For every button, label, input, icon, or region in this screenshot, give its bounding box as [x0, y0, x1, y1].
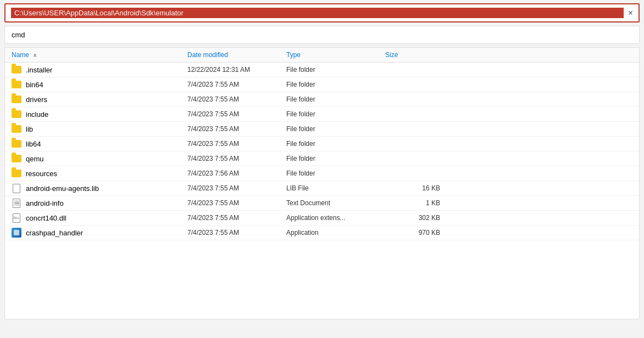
file-name-label: android-emu-agents.lib — [26, 184, 99, 193]
file-size: 1 KB — [385, 199, 451, 207]
table-row[interactable]: bin64 7/4/2023 7:55 AM File folder — [5, 77, 639, 92]
table-row[interactable]: crashpad_handler 7/4/2023 7:55 AM Applic… — [5, 226, 639, 240]
search-bar: cmd — [4, 26, 640, 44]
file-type: File folder — [286, 95, 385, 103]
close-icon[interactable]: × — [628, 8, 633, 18]
folder-icon — [12, 139, 21, 149]
folder-icon — [12, 109, 21, 119]
table-row[interactable]: android-info 7/4/2023 7:55 AM Text Docum… — [5, 196, 639, 211]
table-row[interactable]: drivers 7/4/2023 7:55 AM File folder — [5, 92, 639, 107]
file-date: 7/4/2023 7:56 AM — [187, 170, 286, 177]
file-type: File folder — [286, 81, 385, 88]
table-row[interactable]: include 7/4/2023 7:55 AM File folder — [5, 107, 639, 122]
file-type: File folder — [286, 66, 385, 74]
header-date[interactable]: Date modified — [187, 51, 286, 59]
table-row[interactable]: DLL concrt140.dll 7/4/2023 7:55 AM Appli… — [5, 211, 639, 226]
folder-icon — [12, 168, 21, 178]
file-type: File folder — [286, 125, 385, 133]
file-type: Application — [286, 229, 385, 236]
file-name: include — [12, 109, 187, 119]
folder-icon — [12, 80, 21, 89]
header-type[interactable]: Type — [286, 51, 385, 59]
file-name-label: lib64 — [26, 140, 41, 148]
file-name-label: drivers — [26, 95, 47, 104]
table-row[interactable]: lib64 7/4/2023 7:55 AM File folder — [5, 137, 639, 151]
file-date: 7/4/2023 7:55 AM — [187, 95, 286, 103]
sort-arrow-icon: ∧ — [33, 52, 37, 58]
file-name: resources — [12, 168, 187, 178]
file-type: File folder — [286, 110, 385, 118]
file-date: 7/4/2023 7:55 AM — [187, 155, 286, 162]
table-row[interactable]: qemu 7/4/2023 7:55 AM File folder — [5, 151, 639, 166]
folder-icon — [12, 65, 21, 75]
file-date: 7/4/2023 7:55 AM — [187, 184, 286, 192]
file-name: lib64 — [12, 139, 187, 149]
file-date: 12/22/2024 12:31 AM — [187, 66, 286, 74]
file-name-label: concrt140.dll — [26, 214, 66, 222]
file-type: File folder — [286, 155, 385, 162]
file-name: crashpad_handler — [12, 228, 187, 238]
file-type: Application extens... — [286, 214, 385, 222]
file-date: 7/4/2023 7:55 AM — [187, 199, 286, 207]
file-name-label: lib — [26, 125, 33, 133]
file-name-label: android-info — [26, 199, 64, 207]
text-icon — [12, 198, 21, 208]
file-rows: .installer 12/22/2024 12:31 AM File fold… — [5, 63, 639, 240]
file-type: File folder — [286, 170, 385, 177]
folder-icon — [12, 154, 21, 164]
file-date: 7/4/2023 7:55 AM — [187, 229, 286, 236]
file-name-label: qemu — [26, 155, 44, 163]
file-name-label: include — [26, 110, 48, 119]
file-name: qemu — [12, 154, 187, 164]
header-name[interactable]: Name ∧ — [12, 51, 187, 59]
file-size: 16 KB — [385, 184, 451, 192]
table-row[interactable]: resources 7/4/2023 7:56 AM File folder — [5, 166, 639, 181]
file-type: LIB File — [286, 184, 385, 192]
file-date: 7/4/2023 7:55 AM — [187, 214, 286, 222]
file-name-label: .installer — [26, 66, 52, 74]
file-name: drivers — [12, 94, 187, 104]
lib-icon — [12, 183, 21, 193]
table-row[interactable]: .installer 12/22/2024 12:31 AM File fold… — [5, 63, 639, 77]
header-size[interactable]: Size — [385, 51, 451, 59]
file-date: 7/4/2023 7:55 AM — [187, 125, 286, 133]
file-type: Text Document — [286, 199, 385, 207]
file-name: android-emu-agents.lib — [12, 183, 187, 193]
file-date: 7/4/2023 7:55 AM — [187, 81, 286, 88]
table-row[interactable]: lib 7/4/2023 7:55 AM File folder — [5, 122, 639, 137]
file-type: File folder — [286, 140, 385, 148]
file-name: .installer — [12, 65, 187, 75]
file-name: android-info — [12, 198, 187, 208]
folder-icon — [12, 94, 21, 104]
file-date: 7/4/2023 7:55 AM — [187, 110, 286, 118]
search-value[interactable]: cmd — [12, 31, 25, 39]
address-path[interactable]: C:\Users\USER\AppData\Local\Android\Sdk\… — [11, 8, 624, 18]
address-bar: C:\Users\USER\AppData\Local\Android\Sdk\… — [4, 3, 640, 22]
file-name: DLL concrt140.dll — [12, 213, 187, 223]
file-date: 7/4/2023 7:55 AM — [187, 140, 286, 148]
app-icon — [12, 228, 21, 238]
table-row[interactable]: android-emu-agents.lib 7/4/2023 7:55 AM … — [5, 181, 639, 196]
file-size: 970 KB — [385, 229, 451, 236]
file-name-label: crashpad_handler — [26, 229, 83, 237]
file-name: bin64 — [12, 80, 187, 89]
file-name-label: bin64 — [26, 81, 43, 89]
dll-icon: DLL — [12, 213, 21, 223]
folder-icon — [12, 124, 21, 134]
file-name: lib — [12, 124, 187, 134]
file-list-header: Name ∧ Date modified Type Size — [5, 48, 639, 63]
file-size: 302 KB — [385, 214, 451, 222]
file-name-label: resources — [26, 170, 57, 178]
file-list-container: Name ∧ Date modified Type Size .installe… — [4, 47, 640, 319]
